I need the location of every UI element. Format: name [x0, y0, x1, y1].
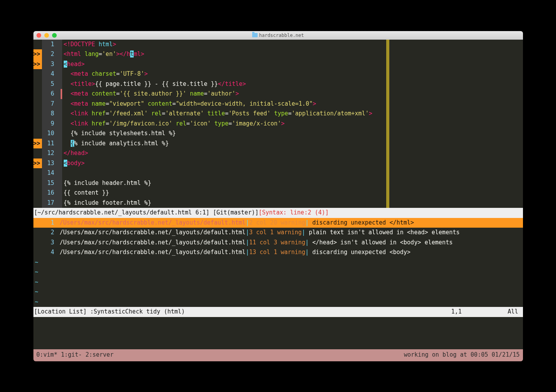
tmux-windows[interactable]: 0:vim* 1:git- 2:server [37, 350, 114, 360]
line-number: 7 [42, 99, 58, 109]
status-git: [Git(master)] [209, 208, 258, 218]
line-number: 8 [42, 109, 58, 119]
line-number: 11 [42, 139, 58, 149]
gutter-sign [33, 99, 42, 109]
code-line[interactable]: 16{{ content }} [33, 188, 523, 198]
code-content[interactable]: <body> [62, 159, 523, 169]
code-content[interactable]: {% include header.html %} [62, 178, 523, 188]
line-number: 5 [42, 79, 58, 89]
line-number: 6 [42, 89, 58, 99]
code-content[interactable]: <title>{{ page.title }} - {{ site.title … [62, 79, 523, 89]
window-title-text: hardscrabble.net [259, 33, 304, 38]
code-content[interactable]: <meta content='{{ site.author }}' name='… [62, 89, 523, 99]
code-line[interactable]: >>3<head> [33, 59, 523, 70]
gutter-sign [33, 89, 42, 99]
code-content[interactable]: <link href='/img/favicon.ico' rel='icon'… [62, 119, 523, 129]
code-content[interactable]: <head> [62, 59, 523, 70]
gutter-sign: >> [33, 49, 42, 59]
gutter-sign [33, 119, 42, 129]
line-number: 2 [42, 49, 58, 59]
gutter-sign [33, 198, 42, 208]
loclist-pct: All [507, 308, 518, 315]
gutter-sign [33, 148, 42, 159]
line-number: 1 [42, 40, 58, 50]
loclist-item[interactable]: 3/Users/max/src/hardscrabble.net/_layout… [33, 238, 523, 248]
titlebar[interactable]: hardscrabble.net [33, 31, 523, 40]
code-content[interactable] [62, 168, 523, 178]
loclist-item[interactable]: 1/Users/max/src/hardscrabble.net/_layout… [33, 218, 523, 228]
code-content[interactable]: {% include analytics.html %} [62, 139, 523, 149]
code-line[interactable]: 17{% include footer.html %} [33, 198, 523, 208]
loclist-pos: 1,1 [451, 308, 462, 315]
gutter-sign: >> [33, 59, 42, 70]
code-line[interactable]: 7 <meta name="viewport" content="width=d… [33, 99, 523, 109]
gutter-sign: >> [33, 159, 42, 169]
line-number: 4 [42, 69, 58, 79]
code-content[interactable]: </head> [62, 148, 523, 159]
code-line[interactable]: 6 <meta content='{{ site.author }}' name… [33, 89, 523, 99]
gutter-sign [33, 168, 42, 178]
terminal-window: hardscrabble.net 1<!DOCTYPE html>>>2<htm… [33, 31, 523, 361]
code-content[interactable]: <meta charset='UTF-8'> [62, 69, 523, 79]
code-line[interactable]: 15{% include header.html %} [33, 178, 523, 188]
status-path: [~/src/hardscrabble.net/_layouts/default… [34, 208, 210, 218]
code-line[interactable]: 1<!DOCTYPE html> [33, 40, 523, 50]
folder-icon [252, 33, 258, 37]
line-number: 12 [42, 148, 58, 159]
status-line: [~/src/hardscrabble.net/_layouts/default… [33, 208, 523, 218]
line-number: 14 [42, 168, 58, 178]
empty-line-tilde: ~ [33, 267, 523, 277]
terminal-body[interactable]: 1<!DOCTYPE html>>>2<html lang='en'></htm… [33, 40, 523, 361]
code-line[interactable]: >>2<html lang='en'></html> [33, 49, 523, 59]
code-content[interactable]: <link href='/feed.xml' rel='alternate' t… [62, 109, 523, 119]
gutter-sign [33, 69, 42, 79]
code-content[interactable]: <!DOCTYPE html> [62, 40, 523, 50]
code-line[interactable]: 10 {% include stylesheets.html %} [33, 129, 523, 139]
code-content[interactable]: <html lang='en'></html> [62, 49, 523, 59]
loclist-status: [Location List] :SyntasticCheck tidy (ht… [33, 307, 523, 317]
loclist-item[interactable]: 4/Users/max/src/hardscrabble.net/_layout… [33, 247, 523, 258]
gutter-sign [33, 178, 42, 188]
gutter-sign [33, 40, 42, 50]
code-content[interactable]: {% include stylesheets.html %} [62, 129, 523, 139]
loclist-status-left: [Location List] :SyntasticCheck tidy (ht… [34, 307, 185, 317]
tmux-status[interactable]: 0:vim* 1:git- 2:server working on blog a… [33, 349, 523, 361]
line-number: 15 [42, 178, 58, 188]
gutter-sign [33, 188, 42, 198]
line-number: 9 [42, 119, 58, 129]
location-list[interactable]: 1/Users/max/src/hardscrabble.net/_layout… [33, 218, 523, 307]
editor-pane[interactable]: 1<!DOCTYPE html>>>2<html lang='en'></htm… [33, 40, 523, 208]
empty-line-tilde: ~ [33, 258, 523, 268]
gutter-sign [33, 129, 42, 139]
line-number: 16 [42, 188, 58, 198]
code-content[interactable]: <meta name="viewport" content="width=dev… [62, 99, 523, 109]
gutter-sign [33, 79, 42, 89]
code-line[interactable]: 8 <link href='/feed.xml' rel='alternate'… [33, 109, 523, 119]
line-number: 10 [42, 129, 58, 139]
line-number: 17 [42, 198, 58, 208]
code-line[interactable]: 5 <title>{{ page.title }} - {{ site.titl… [33, 79, 523, 89]
gutter-sign: >> [33, 139, 42, 149]
gutter-sign [33, 109, 42, 119]
line-number: 13 [42, 159, 58, 169]
code-line[interactable]: 14 [33, 168, 523, 178]
code-content[interactable]: {{ content }} [62, 188, 523, 198]
code-content[interactable]: {% include footer.html %} [62, 198, 523, 208]
line-number: 3 [42, 59, 58, 70]
code-line[interactable]: >>13<body> [33, 159, 523, 169]
empty-line-tilde: ~ [33, 277, 523, 287]
empty-line-tilde: ~ [33, 297, 523, 307]
status-syntax: [Syntax: line:2 (4)] [258, 208, 329, 218]
code-line[interactable]: >>11 {% include analytics.html %} [33, 139, 523, 149]
code-line[interactable]: 12</head> [33, 148, 523, 159]
empty-space [33, 317, 523, 350]
tmux-right: working on blog at 00:05 01/21/15 [404, 350, 519, 360]
code-line[interactable]: 4 <meta charset='UTF-8'> [33, 69, 523, 79]
empty-line-tilde: ~ [33, 287, 523, 297]
code-line[interactable]: 9 <link href='/img/favicon.ico' rel='ico… [33, 119, 523, 129]
window-title: hardscrabble.net [33, 33, 523, 38]
loclist-item[interactable]: 2/Users/max/src/hardscrabble.net/_layout… [33, 228, 523, 238]
